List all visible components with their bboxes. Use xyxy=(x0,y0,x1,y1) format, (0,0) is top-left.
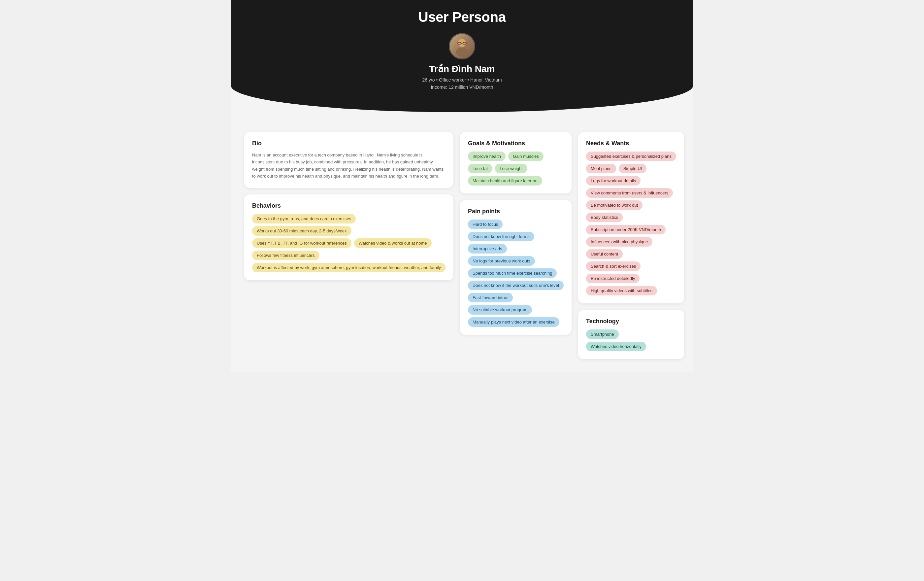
technology-title: Technology xyxy=(586,318,676,325)
goals-title: Goals & Motivations xyxy=(468,140,564,147)
bio-title: Bio xyxy=(252,140,446,147)
pain-tag-6: Does not know if the workout suits one's… xyxy=(468,281,564,290)
pain-points-card: Pain points Hard to focus Does not know … xyxy=(460,200,572,335)
user-details-line1: 26 y/o • Office worker • Hanoi, Vietnam xyxy=(422,76,502,84)
need-tag-11: Search & sort exercises xyxy=(586,261,640,271)
pain-tag-1: Hard to focus xyxy=(468,220,503,229)
need-tag-12: Be instructed detailedly xyxy=(586,274,640,283)
svg-point-0 xyxy=(458,39,466,47)
needs-tags: Suggested exercises & personalized plans… xyxy=(586,152,676,295)
need-tag-1: Suggested exercises & personalized plans xyxy=(586,152,676,161)
pain-tag-4: No logs for previous work outs xyxy=(468,256,535,266)
user-details-line2: Income: 12 million VND/month xyxy=(422,84,502,91)
avatar xyxy=(449,33,475,59)
goals-card: Goals & Motivations Improve health Gain … xyxy=(460,132,572,193)
svg-point-1 xyxy=(456,48,468,56)
behaviors-title: Behaviors xyxy=(252,202,446,209)
user-details: 26 y/o • Office worker • Hanoi, Vietnam … xyxy=(422,76,502,91)
user-name: Trần Đình Nam xyxy=(429,63,495,74)
pain-points-tags: Hard to focus Does not know the right fo… xyxy=(468,220,564,327)
need-tag-9: Influencers with nice physique xyxy=(586,237,652,247)
pain-tag-5: Spends too much time exercise searching xyxy=(468,268,557,278)
need-tag-8: Subscription under 200K VND/month xyxy=(586,225,666,234)
goal-tag-1: Improve health xyxy=(468,152,506,161)
technology-card: Technology Smartphone Watches video hori… xyxy=(578,310,684,359)
technology-tags: Smartphone Watches video horizontally xyxy=(586,330,676,351)
behavior-tag-5: Follows few fitness influencers xyxy=(252,251,319,260)
page-wrapper: User Persona Trần Đình Nam 26 y/o • Offi… xyxy=(231,0,693,372)
page-title: User Persona xyxy=(418,9,506,25)
bio-text: Nam is an account executive for a tech c… xyxy=(252,152,446,180)
need-tag-7: Body statistics xyxy=(586,213,623,222)
behavior-tag-2: Works out 30-60 mins each day, 2-5 days/… xyxy=(252,226,351,236)
need-tag-10: Useful content xyxy=(586,249,623,259)
tech-tag-2: Watches video horizontally xyxy=(586,342,646,351)
need-tag-5: View comments from users & influencers xyxy=(586,188,673,198)
behaviors-card: Behaviors Goes to the gym, runs, and doe… xyxy=(244,195,454,280)
pain-tag-2: Does not know the right forms xyxy=(468,232,534,241)
pain-tag-8: No suitable workout program xyxy=(468,305,532,315)
need-tag-13: High quality videos with subtitles xyxy=(586,286,657,295)
pain-tag-7: Fast-forward intros xyxy=(468,293,513,302)
left-column: Bio Nam is an account executive for a te… xyxy=(244,132,454,359)
pain-points-title: Pain points xyxy=(468,208,564,215)
behavior-tag-1: Goes to the gym, runs, and does cardio e… xyxy=(252,214,356,223)
pain-tag-3: Interruptive ads xyxy=(468,244,507,254)
goal-tag-2: Gain muscles xyxy=(508,152,543,161)
behavior-tag-3: Uses YT, FB, TT, and IG for workout refe… xyxy=(252,238,351,248)
need-tag-4: Logs for workout details xyxy=(586,176,640,185)
goal-tag-3: Lose fat xyxy=(468,164,492,173)
middle-column: Goals & Motivations Improve health Gain … xyxy=(460,132,572,359)
needs-title: Needs & Wants xyxy=(586,140,676,147)
header-section: User Persona Trần Đình Nam 26 y/o • Offi… xyxy=(231,0,693,112)
goal-tag-4: Lose weight xyxy=(495,164,527,173)
need-tag-6: Be motivated to work out xyxy=(586,200,642,210)
behaviors-tags: Goes to the gym, runs, and does cardio e… xyxy=(252,214,446,272)
pain-tag-9: Manually plays next video after an exers… xyxy=(468,317,559,327)
tech-tag-1: Smartphone xyxy=(586,330,619,339)
bio-card: Bio Nam is an account executive for a te… xyxy=(244,132,454,188)
content-grid: Bio Nam is an account executive for a te… xyxy=(231,119,693,372)
behavior-tag-4: Watches video & works out at home xyxy=(354,238,432,248)
need-tag-2: Meal plans xyxy=(586,164,616,173)
need-tag-3: Simple UI xyxy=(619,164,647,173)
goal-tag-5: Maintain health and figure later on xyxy=(468,176,542,185)
needs-card: Needs & Wants Suggested exercises & pers… xyxy=(578,132,684,304)
goals-tags: Improve health Gain muscles Lose fat Los… xyxy=(468,152,564,185)
right-column: Needs & Wants Suggested exercises & pers… xyxy=(578,132,684,359)
avatar-image xyxy=(450,33,474,59)
behavior-tag-6: Workout is affected by work, gym atmosph… xyxy=(252,263,446,272)
